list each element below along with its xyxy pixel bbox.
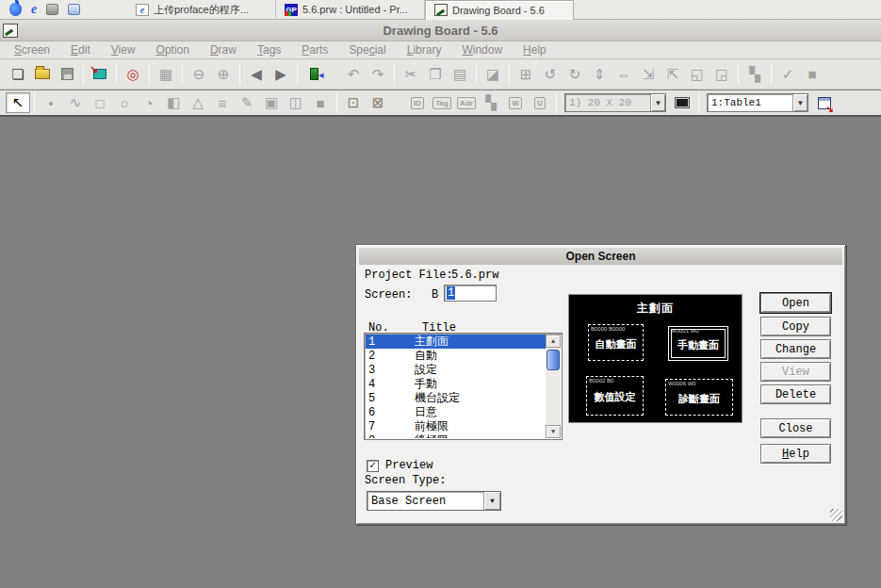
preview-button-label: 數值設定 [587,390,643,404]
open-button[interactable]: Open [760,293,831,313]
toolbar-separator [239,64,240,85]
zoom-in-icon: ⊕ [218,66,230,83]
toolbar-separator [771,64,772,85]
arc-tool-button: ◔ [137,92,161,113]
taskbar: e e上传proface的程序...GP5.6.prw : Untitled -… [0,0,881,20]
toolbar-separator [182,64,183,85]
apple-icon[interactable] [9,3,22,16]
cut-button: ✂ [399,63,423,86]
preview-button-label: 診斷畫面 [666,391,732,405]
menu-parts[interactable]: Parts [291,43,338,57]
select-tool-button[interactable]: ↖ [6,92,30,113]
window-app-icon[interactable] [68,4,80,15]
load-screen-icon: ⊡ [348,94,360,111]
screen-type-combo[interactable]: Base Screen ▼ [367,491,501,511]
menu-edit[interactable]: Edit [60,43,101,57]
screen-layout-button[interactable] [670,92,694,113]
list-item[interactable]: 6日意 [366,405,546,419]
list-scrollbar[interactable]: ▲ ▼ [546,335,561,438]
table-combo[interactable]: 1:Table1▼ [707,93,808,112]
list-item[interactable]: 2自動 [366,349,546,363]
preview-button: W0001 W0手動畫面 [668,326,728,361]
menu-window[interactable]: Window [451,43,513,57]
ie-icon[interactable]: e [31,3,37,16]
previous-screen-button[interactable]: ◀ [244,63,269,86]
rotate-ccw-button: ↺ [538,63,563,86]
scale-tool-button: ≡ [210,92,235,113]
toolbar-separator [476,64,477,85]
toolbar-separator [149,64,150,85]
screen-number: 7 [366,420,415,433]
list-item[interactable]: 4手動 [366,377,546,391]
list-item[interactable]: 1主劃面 [366,335,546,349]
list-item[interactable]: 8後極限 [366,433,546,438]
menu-view[interactable]: View [101,43,146,57]
copy-button[interactable]: Copy [760,317,831,336]
taskbar-tab-0[interactable]: e上传proface的程序... [127,0,276,20]
load-screen-button[interactable]: ⊡ [341,92,366,113]
delete-button[interactable]: Delete [760,384,831,404]
taskbar-tab-1[interactable]: GP5.6.prw : Untitled - Pr... [276,0,425,20]
toolbar-separator [509,64,510,85]
exit-button[interactable] [302,63,326,86]
ellipse-tool-icon: ○ [120,95,128,111]
rect-tool-icon: □ [95,95,104,111]
resize-grip[interactable] [830,509,842,521]
scroll-up-icon[interactable]: ▲ [546,335,561,348]
u-tool-button: U [528,92,552,113]
menu-special[interactable]: Special [338,43,396,57]
scroll-down-icon[interactable]: ▼ [546,425,561,438]
undo-icon: ↶ [348,66,360,83]
new-file-button[interactable]: ❏ [6,63,30,86]
list-item[interactable]: 5機台設定 [366,391,546,405]
flip-vertical-icon: ⇕ [594,66,606,83]
undo-button: ↶ [341,63,366,86]
preview-checkbox-label: Preview [385,459,432,472]
menu-draw[interactable]: Draw [200,43,247,57]
change-button[interactable]: Change [760,339,831,359]
copy-button: ❐ [423,63,448,86]
menu-tags[interactable]: Tags [247,43,291,57]
save-file-button [55,63,79,86]
table-editor-button[interactable] [812,92,837,113]
polygon-tool-icon: △ [192,94,204,111]
scrollbar-thumb[interactable] [547,350,560,370]
menu-help[interactable]: Help [513,43,557,57]
screen-number-input[interactable]: 1 [444,285,497,302]
chevron-down-icon[interactable]: ▼ [483,492,500,510]
help-button[interactable]: Help [760,444,831,464]
id-tool-button: ID [405,92,430,113]
close-button[interactable]: Close [760,418,831,438]
toolbar-separator [738,64,739,85]
transfer-screen-button[interactable] [88,63,112,86]
dot-tool-button: • [39,92,63,113]
send-to-back-button: ◲ [710,63,734,86]
paste-button: ▤ [448,63,472,86]
menu-screen[interactable]: Screen [4,43,60,57]
simulation-icon: ▦ [159,66,172,83]
pattern-tool-icon: ▚ [485,94,497,111]
screen-layout-icon [675,97,690,108]
alarm-editor-button[interactable]: ◎ [121,63,145,86]
preview-button: B0002 B0數值設定 [586,376,644,416]
open-file-button[interactable] [30,63,55,86]
chevron-down-icon[interactable]: ▼ [792,94,808,111]
adr-tool-button: Adr [454,92,479,113]
load-mark-button[interactable]: ⊠ [366,92,390,113]
taskbar-tab-label: Drawing Board - 5.6 [452,5,545,16]
menu-option[interactable]: Option [146,43,200,57]
dialog-titlebar[interactable]: Open Screen [359,248,842,265]
list-item[interactable]: 7前極限 [366,419,546,433]
drawing-board-icon [434,4,448,16]
taskbar-tab-2[interactable]: Drawing Board - 5.6 [425,0,574,20]
screen-number-value: 1 [447,286,455,300]
menu-library[interactable]: Library [397,43,452,57]
screen-number: 5 [366,392,415,405]
duplicate-button: ⊞ [514,63,538,86]
preview-checkbox[interactable]: ✓ [367,460,379,472]
next-screen-button[interactable]: ▶ [269,63,293,86]
flip-horizontal-icon: ⇔ [617,66,631,82]
list-item[interactable]: 3設定 [366,363,546,377]
drive-icon[interactable] [46,4,58,15]
load-mark-icon: ⊠ [372,94,384,111]
